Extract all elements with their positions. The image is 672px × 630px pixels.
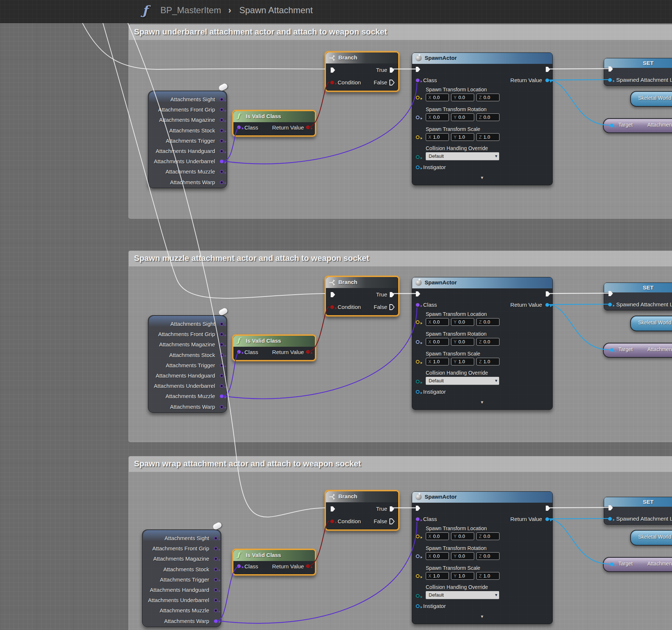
axis-value-box[interactable]: X0.0: [426, 338, 449, 346]
exec-in-pin[interactable]: [330, 506, 336, 512]
axis-value-box[interactable]: X0.0: [426, 318, 449, 326]
exec-in-pin[interactable]: [608, 66, 614, 72]
axis-value-box[interactable]: X1.0: [426, 358, 449, 365]
axis-value-box[interactable]: Z0.0: [476, 338, 500, 346]
class-pin[interactable]: [214, 568, 218, 571]
class-pin[interactable]: [220, 181, 224, 184]
exec-false-pin[interactable]: [389, 80, 395, 85]
class-pin[interactable]: [214, 557, 218, 561]
class-pin[interactable]: [220, 394, 224, 398]
graph-canvas[interactable]: Spawn underbarrel attachment actor and a…: [0, 23, 672, 630]
class-pin[interactable]: [220, 170, 224, 174]
axis-value-box[interactable]: Y0.0: [451, 318, 474, 326]
rotator-pin[interactable]: [416, 340, 419, 344]
collision-dropdown[interactable]: Default▼: [426, 591, 499, 599]
comment-header[interactable]: Spawn muzzle attachment actor and attach…: [129, 251, 672, 267]
condition-pin[interactable]: [330, 305, 334, 309]
instigator-pin[interactable]: [416, 390, 419, 394]
class-pin[interactable]: [220, 98, 224, 101]
class-pin[interactable]: [214, 598, 218, 602]
collision-enum-pin[interactable]: [416, 155, 419, 159]
rotator-pin[interactable]: [416, 554, 419, 558]
exec-true-pin[interactable]: [389, 67, 395, 73]
collision-enum-pin[interactable]: [416, 380, 419, 383]
axis-value-box[interactable]: Z0.0: [476, 318, 500, 326]
spawn-actor-node[interactable]: ✦SpawnActorClassReturn ValueSpawn Transf…: [412, 277, 553, 410]
attachments-getter-node[interactable]: Attachments SightAttachments Front GripA…: [148, 315, 227, 413]
class-pin[interactable]: [220, 322, 224, 326]
return-value-pin[interactable]: [545, 79, 549, 82]
exec-out-pin[interactable]: [545, 291, 551, 297]
vector-pin[interactable]: [416, 135, 419, 139]
return-value-pin[interactable]: [545, 517, 549, 521]
class-pin[interactable]: [214, 619, 218, 623]
target-pin[interactable]: [610, 348, 614, 352]
class-pin[interactable]: [220, 149, 224, 153]
class-pin[interactable]: [416, 517, 419, 521]
axis-value-box[interactable]: Z1.0: [476, 358, 500, 365]
vector-pin[interactable]: [416, 574, 419, 578]
class-pin[interactable]: [220, 129, 224, 132]
return-value-pin[interactable]: [545, 303, 549, 307]
spawn-actor-node[interactable]: ✦SpawnActorClassReturn ValueSpawn Transf…: [412, 491, 553, 624]
skeletal-world-mesh-node[interactable]: Skeletal World M: [630, 316, 672, 331]
comment-header[interactable]: Spawn underbarrel attachment actor and a…: [129, 25, 672, 40]
axis-value-box[interactable]: Y1.0: [451, 358, 474, 365]
spawned-attachment-pin[interactable]: [608, 78, 612, 82]
expand-node-icon[interactable]: ▼: [480, 175, 484, 180]
exec-in-pin[interactable]: [415, 291, 421, 297]
axis-value-box[interactable]: Y0.0: [451, 113, 474, 121]
class-pin[interactable]: [214, 609, 218, 612]
exec-true-pin[interactable]: [389, 506, 395, 512]
collision-dropdown[interactable]: Default▼: [426, 377, 499, 385]
condition-pin[interactable]: [330, 520, 334, 523]
class-pin[interactable]: [220, 332, 224, 336]
spawned-attachment-pin[interactable]: [608, 517, 612, 521]
breadcrumb-root[interactable]: BP_MasterItem: [160, 5, 221, 15]
exec-false-pin[interactable]: [389, 304, 395, 310]
class-pin[interactable]: [220, 364, 224, 367]
vector-pin[interactable]: [416, 320, 419, 324]
skeletal-world-mesh-node[interactable]: Skeletal World M: [630, 530, 672, 546]
class-pin[interactable]: [214, 547, 218, 550]
attachments-getter-node[interactable]: Attachments SightAttachments Front GripA…: [142, 529, 221, 627]
axis-value-box[interactable]: Y0.0: [451, 338, 474, 346]
spawned-attachment-pin[interactable]: [608, 303, 612, 306]
is-valid-class-node[interactable]: ƒIs Valid ClassClassReturn Value: [232, 110, 316, 136]
axis-value-box[interactable]: Z0.0: [476, 552, 500, 560]
expand-node-icon[interactable]: ▼: [480, 400, 484, 404]
return-value-pin[interactable]: [306, 125, 310, 129]
instigator-pin[interactable]: [416, 604, 419, 608]
class-pin[interactable]: [214, 536, 218, 540]
axis-value-box[interactable]: X0.0: [426, 113, 449, 121]
attach-to-component-node[interactable]: TargetAttachment: [603, 343, 672, 358]
class-pin[interactable]: [214, 588, 218, 592]
set-spawned-attachment-node[interactable]: SETSpawned Attachment L: [604, 497, 672, 525]
class-pin[interactable]: [237, 564, 241, 568]
expand-node-icon[interactable]: ▼: [480, 614, 484, 619]
comment-header[interactable]: Spawn wrap attachment actor and attach t…: [129, 456, 672, 472]
collision-enum-pin[interactable]: [416, 594, 419, 598]
exec-in-pin[interactable]: [608, 291, 614, 296]
rotator-pin[interactable]: [416, 116, 419, 119]
class-pin[interactable]: [220, 384, 224, 388]
class-pin[interactable]: [214, 578, 218, 582]
axis-value-box[interactable]: Z0.0: [476, 94, 500, 101]
class-pin[interactable]: [220, 405, 224, 409]
exec-in-pin[interactable]: [415, 66, 421, 72]
axis-value-box[interactable]: X1.0: [426, 133, 449, 141]
axis-value-box[interactable]: Y0.0: [451, 94, 474, 101]
axis-value-box[interactable]: Y0.0: [451, 532, 474, 540]
condition-pin[interactable]: [330, 81, 334, 84]
axis-value-box[interactable]: X1.0: [426, 572, 449, 580]
axis-value-box[interactable]: Y1.0: [451, 572, 474, 580]
vector-pin[interactable]: [416, 360, 419, 364]
branch-node[interactable]: BranchTrueConditionFalse: [325, 276, 399, 316]
vector-pin[interactable]: [416, 96, 419, 99]
exec-true-pin[interactable]: [389, 292, 395, 298]
class-pin[interactable]: [220, 139, 224, 143]
class-pin[interactable]: [237, 350, 241, 354]
vector-pin[interactable]: [416, 535, 419, 538]
axis-value-box[interactable]: X0.0: [426, 552, 449, 560]
exec-in-pin[interactable]: [608, 505, 614, 511]
